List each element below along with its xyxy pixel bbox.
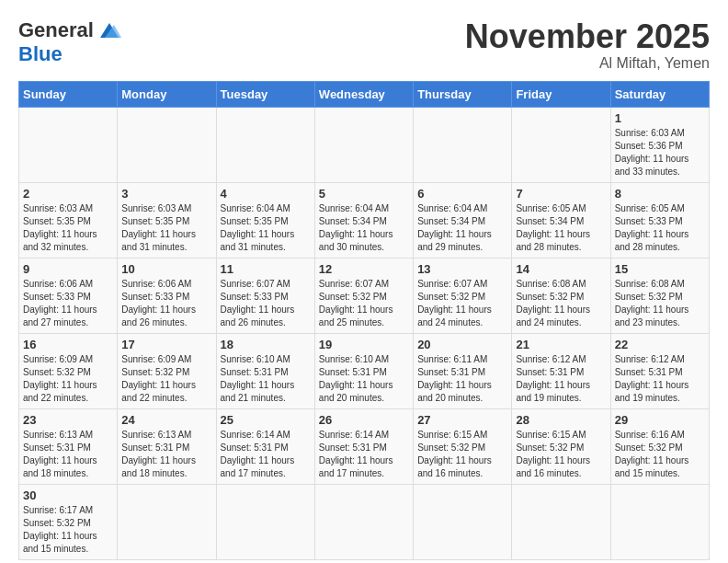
day-info: Sunrise: 6:07 AM Sunset: 5:33 PM Dayligh…: [221, 278, 311, 329]
day-number: 1: [615, 111, 705, 125]
logo: General Blue: [18, 18, 123, 66]
calendar-header-cell: Saturday: [610, 81, 709, 107]
day-number: 28: [516, 413, 606, 427]
day-number: 19: [319, 338, 409, 351]
day-info: Sunrise: 6:14 AM Sunset: 5:31 PM Dayligh…: [319, 429, 409, 480]
calendar-header-cell: Thursday: [414, 81, 512, 107]
day-info: Sunrise: 6:15 AM Sunset: 5:32 PM Dayligh…: [417, 429, 507, 480]
calendar-cell: 10Sunrise: 6:06 AM Sunset: 5:33 PM Dayli…: [118, 258, 216, 333]
day-number: 10: [121, 262, 211, 276]
day-info: Sunrise: 6:12 AM Sunset: 5:31 PM Dayligh…: [516, 353, 606, 405]
day-number: 27: [417, 413, 507, 427]
calendar-week-row: 1Sunrise: 6:03 AM Sunset: 5:36 PM Daylig…: [19, 107, 710, 182]
day-number: 18: [221, 338, 311, 351]
day-number: 13: [417, 262, 507, 276]
day-info: Sunrise: 6:06 AM Sunset: 5:33 PM Dayligh…: [23, 278, 113, 329]
calendar-cell: 30Sunrise: 6:17 AM Sunset: 5:32 PM Dayli…: [19, 484, 118, 559]
calendar-header-row: SundayMondayTuesdayWednesdayThursdayFrid…: [19, 81, 710, 107]
calendar-week-row: 23Sunrise: 6:13 AM Sunset: 5:31 PM Dayli…: [19, 408, 710, 484]
day-info: Sunrise: 6:07 AM Sunset: 5:32 PM Dayligh…: [417, 278, 507, 329]
calendar-cell: 21Sunrise: 6:12 AM Sunset: 5:31 PM Dayli…: [512, 333, 610, 408]
day-number: 14: [516, 262, 606, 276]
calendar-cell: 26Sunrise: 6:14 AM Sunset: 5:31 PM Dayli…: [314, 408, 413, 484]
calendar-cell: 17Sunrise: 6:09 AM Sunset: 5:32 PM Dayli…: [118, 333, 216, 408]
day-number: 17: [121, 338, 211, 351]
day-number: 23: [23, 413, 113, 427]
day-number: 26: [319, 413, 409, 427]
calendar-cell: [512, 484, 610, 559]
calendar-cell: 29Sunrise: 6:16 AM Sunset: 5:32 PM Dayli…: [610, 408, 709, 484]
day-number: 29: [615, 413, 705, 427]
day-info: Sunrise: 6:11 AM Sunset: 5:31 PM Dayligh…: [417, 353, 507, 405]
calendar-cell: [512, 107, 610, 182]
day-number: 15: [615, 262, 705, 276]
calendar-cell: [414, 107, 512, 182]
day-number: 16: [23, 338, 113, 351]
calendar-cell: [118, 484, 216, 559]
day-info: Sunrise: 6:05 AM Sunset: 5:34 PM Dayligh…: [516, 202, 606, 254]
calendar-header-cell: Sunday: [19, 81, 118, 107]
calendar-cell: [610, 484, 709, 559]
day-number: 3: [121, 187, 211, 201]
day-number: 12: [319, 262, 409, 276]
day-info: Sunrise: 6:08 AM Sunset: 5:32 PM Dayligh…: [516, 278, 606, 329]
calendar-cell: 6Sunrise: 6:04 AM Sunset: 5:34 PM Daylig…: [414, 182, 512, 258]
day-info: Sunrise: 6:13 AM Sunset: 5:31 PM Dayligh…: [121, 429, 211, 480]
calendar-cell: 7Sunrise: 6:05 AM Sunset: 5:34 PM Daylig…: [512, 182, 610, 258]
calendar-cell: 15Sunrise: 6:08 AM Sunset: 5:32 PM Dayli…: [610, 258, 709, 333]
page-header: General Blue November 2025 Al Miftah, Ye…: [18, 18, 710, 72]
day-info: Sunrise: 6:13 AM Sunset: 5:31 PM Dayligh…: [23, 429, 113, 480]
day-number: 2: [23, 187, 113, 201]
calendar-cell: [414, 484, 512, 559]
day-info: Sunrise: 6:09 AM Sunset: 5:32 PM Dayligh…: [23, 353, 113, 405]
calendar-cell: 8Sunrise: 6:05 AM Sunset: 5:33 PM Daylig…: [610, 182, 709, 258]
calendar-body: 1Sunrise: 6:03 AM Sunset: 5:36 PM Daylig…: [19, 107, 710, 559]
day-info: Sunrise: 6:07 AM Sunset: 5:32 PM Dayligh…: [319, 278, 409, 329]
calendar-cell: [314, 107, 413, 182]
calendar-week-row: 16Sunrise: 6:09 AM Sunset: 5:32 PM Dayli…: [19, 333, 710, 408]
calendar-cell: 18Sunrise: 6:10 AM Sunset: 5:31 PM Dayli…: [216, 333, 314, 408]
day-number: 7: [516, 187, 606, 201]
calendar-cell: 27Sunrise: 6:15 AM Sunset: 5:32 PM Dayli…: [414, 408, 512, 484]
day-number: 21: [516, 338, 606, 351]
day-number: 11: [221, 262, 311, 276]
calendar-header-cell: Tuesday: [216, 81, 314, 107]
logo-icon: [96, 19, 123, 41]
day-info: Sunrise: 6:03 AM Sunset: 5:36 PM Dayligh…: [615, 127, 705, 178]
day-info: Sunrise: 6:04 AM Sunset: 5:34 PM Dayligh…: [417, 202, 507, 254]
day-number: 4: [221, 187, 311, 201]
calendar-cell: 22Sunrise: 6:12 AM Sunset: 5:31 PM Dayli…: [610, 333, 709, 408]
month-title: November 2025: [465, 18, 710, 55]
day-number: 30: [23, 488, 113, 502]
title-block: November 2025 Al Miftah, Yemen: [465, 18, 710, 72]
logo-blue-text: Blue: [18, 42, 63, 66]
day-info: Sunrise: 6:03 AM Sunset: 5:35 PM Dayligh…: [23, 202, 113, 254]
location: Al Miftah, Yemen: [465, 55, 710, 72]
day-info: Sunrise: 6:08 AM Sunset: 5:32 PM Dayligh…: [615, 278, 705, 329]
day-info: Sunrise: 6:09 AM Sunset: 5:32 PM Dayligh…: [121, 353, 211, 405]
calendar-cell: 23Sunrise: 6:13 AM Sunset: 5:31 PM Dayli…: [19, 408, 118, 484]
calendar-cell: 1Sunrise: 6:03 AM Sunset: 5:36 PM Daylig…: [610, 107, 709, 182]
calendar-week-row: 30Sunrise: 6:17 AM Sunset: 5:32 PM Dayli…: [19, 484, 710, 559]
calendar-cell: 25Sunrise: 6:14 AM Sunset: 5:31 PM Dayli…: [216, 408, 314, 484]
day-info: Sunrise: 6:10 AM Sunset: 5:31 PM Dayligh…: [319, 353, 409, 405]
calendar-cell: [118, 107, 216, 182]
calendar-cell: 20Sunrise: 6:11 AM Sunset: 5:31 PM Dayli…: [414, 333, 512, 408]
day-info: Sunrise: 6:04 AM Sunset: 5:34 PM Dayligh…: [319, 202, 409, 254]
calendar-cell: 3Sunrise: 6:03 AM Sunset: 5:35 PM Daylig…: [118, 182, 216, 258]
day-info: Sunrise: 6:05 AM Sunset: 5:33 PM Dayligh…: [615, 202, 705, 254]
day-info: Sunrise: 6:12 AM Sunset: 5:31 PM Dayligh…: [615, 353, 705, 405]
day-number: 8: [615, 187, 705, 201]
day-info: Sunrise: 6:04 AM Sunset: 5:35 PM Dayligh…: [221, 202, 311, 254]
day-info: Sunrise: 6:10 AM Sunset: 5:31 PM Dayligh…: [221, 353, 311, 405]
day-info: Sunrise: 6:15 AM Sunset: 5:32 PM Dayligh…: [516, 429, 606, 480]
calendar-header-cell: Monday: [118, 81, 216, 107]
day-info: Sunrise: 6:03 AM Sunset: 5:35 PM Dayligh…: [121, 202, 211, 254]
calendar-cell: 4Sunrise: 6:04 AM Sunset: 5:35 PM Daylig…: [216, 182, 314, 258]
calendar-cell: [19, 107, 118, 182]
calendar-cell: 13Sunrise: 6:07 AM Sunset: 5:32 PM Dayli…: [414, 258, 512, 333]
logo-general-text: General: [18, 18, 94, 42]
day-number: 25: [221, 413, 311, 427]
day-info: Sunrise: 6:14 AM Sunset: 5:31 PM Dayligh…: [221, 429, 311, 480]
calendar-cell: 11Sunrise: 6:07 AM Sunset: 5:33 PM Dayli…: [216, 258, 314, 333]
